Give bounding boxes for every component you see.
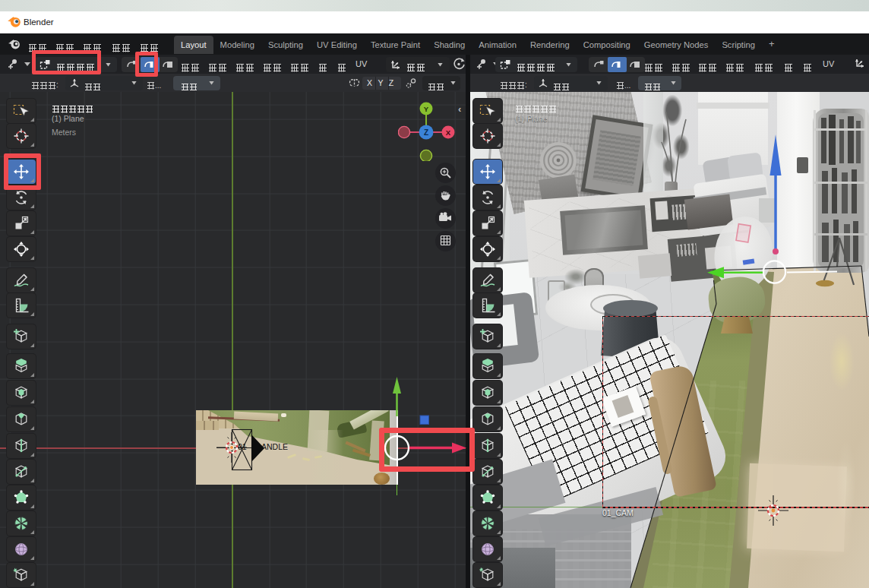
svg-text:Y: Y xyxy=(424,105,429,113)
svg-text:Z: Z xyxy=(424,128,428,137)
svg-text:X: X xyxy=(446,128,451,137)
